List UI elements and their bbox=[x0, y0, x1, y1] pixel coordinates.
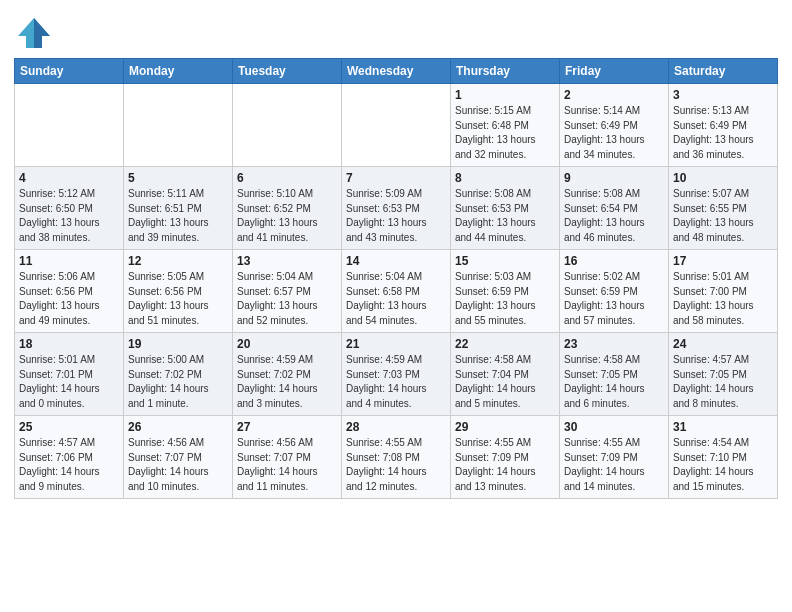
calendar-table: SundayMondayTuesdayWednesdayThursdayFrid… bbox=[14, 58, 778, 499]
day-cell: 11Sunrise: 5:06 AMSunset: 6:56 PMDayligh… bbox=[15, 250, 124, 333]
day-info: Sunrise: 4:57 AMSunset: 7:05 PMDaylight:… bbox=[673, 353, 773, 411]
day-cell bbox=[342, 84, 451, 167]
day-info: Sunrise: 4:56 AMSunset: 7:07 PMDaylight:… bbox=[237, 436, 337, 494]
day-info: Sunrise: 5:14 AMSunset: 6:49 PMDaylight:… bbox=[564, 104, 664, 162]
day-cell bbox=[15, 84, 124, 167]
day-info: Sunrise: 4:54 AMSunset: 7:10 PMDaylight:… bbox=[673, 436, 773, 494]
day-info: Sunrise: 4:55 AMSunset: 7:08 PMDaylight:… bbox=[346, 436, 446, 494]
day-number: 15 bbox=[455, 254, 555, 268]
weekday-header-tuesday: Tuesday bbox=[233, 59, 342, 84]
day-cell: 24Sunrise: 4:57 AMSunset: 7:05 PMDayligh… bbox=[669, 333, 778, 416]
week-row-3: 11Sunrise: 5:06 AMSunset: 6:56 PMDayligh… bbox=[15, 250, 778, 333]
day-info: Sunrise: 5:07 AMSunset: 6:55 PMDaylight:… bbox=[673, 187, 773, 245]
day-number: 2 bbox=[564, 88, 664, 102]
logo-icon bbox=[14, 14, 52, 52]
weekday-header-friday: Friday bbox=[560, 59, 669, 84]
day-cell: 21Sunrise: 4:59 AMSunset: 7:03 PMDayligh… bbox=[342, 333, 451, 416]
day-cell: 31Sunrise: 4:54 AMSunset: 7:10 PMDayligh… bbox=[669, 416, 778, 499]
day-cell: 30Sunrise: 4:55 AMSunset: 7:09 PMDayligh… bbox=[560, 416, 669, 499]
day-cell: 15Sunrise: 5:03 AMSunset: 6:59 PMDayligh… bbox=[451, 250, 560, 333]
day-cell: 10Sunrise: 5:07 AMSunset: 6:55 PMDayligh… bbox=[669, 167, 778, 250]
week-row-1: 1Sunrise: 5:15 AMSunset: 6:48 PMDaylight… bbox=[15, 84, 778, 167]
day-number: 16 bbox=[564, 254, 664, 268]
day-number: 30 bbox=[564, 420, 664, 434]
day-number: 24 bbox=[673, 337, 773, 351]
day-number: 5 bbox=[128, 171, 228, 185]
day-cell: 8Sunrise: 5:08 AMSunset: 6:53 PMDaylight… bbox=[451, 167, 560, 250]
day-cell: 3Sunrise: 5:13 AMSunset: 6:49 PMDaylight… bbox=[669, 84, 778, 167]
day-info: Sunrise: 5:15 AMSunset: 6:48 PMDaylight:… bbox=[455, 104, 555, 162]
day-number: 25 bbox=[19, 420, 119, 434]
day-cell: 27Sunrise: 4:56 AMSunset: 7:07 PMDayligh… bbox=[233, 416, 342, 499]
page: SundayMondayTuesdayWednesdayThursdayFrid… bbox=[0, 0, 792, 612]
day-info: Sunrise: 4:55 AMSunset: 7:09 PMDaylight:… bbox=[564, 436, 664, 494]
day-cell: 2Sunrise: 5:14 AMSunset: 6:49 PMDaylight… bbox=[560, 84, 669, 167]
day-number: 6 bbox=[237, 171, 337, 185]
day-cell: 26Sunrise: 4:56 AMSunset: 7:07 PMDayligh… bbox=[124, 416, 233, 499]
day-number: 4 bbox=[19, 171, 119, 185]
day-info: Sunrise: 5:03 AMSunset: 6:59 PMDaylight:… bbox=[455, 270, 555, 328]
day-cell: 14Sunrise: 5:04 AMSunset: 6:58 PMDayligh… bbox=[342, 250, 451, 333]
day-cell: 17Sunrise: 5:01 AMSunset: 7:00 PMDayligh… bbox=[669, 250, 778, 333]
day-number: 14 bbox=[346, 254, 446, 268]
day-info: Sunrise: 4:58 AMSunset: 7:04 PMDaylight:… bbox=[455, 353, 555, 411]
day-cell: 19Sunrise: 5:00 AMSunset: 7:02 PMDayligh… bbox=[124, 333, 233, 416]
day-info: Sunrise: 5:06 AMSunset: 6:56 PMDaylight:… bbox=[19, 270, 119, 328]
day-number: 19 bbox=[128, 337, 228, 351]
day-cell: 28Sunrise: 4:55 AMSunset: 7:08 PMDayligh… bbox=[342, 416, 451, 499]
day-cell: 1Sunrise: 5:15 AMSunset: 6:48 PMDaylight… bbox=[451, 84, 560, 167]
weekday-header-thursday: Thursday bbox=[451, 59, 560, 84]
week-row-4: 18Sunrise: 5:01 AMSunset: 7:01 PMDayligh… bbox=[15, 333, 778, 416]
day-info: Sunrise: 5:01 AMSunset: 7:01 PMDaylight:… bbox=[19, 353, 119, 411]
day-cell: 20Sunrise: 4:59 AMSunset: 7:02 PMDayligh… bbox=[233, 333, 342, 416]
day-number: 20 bbox=[237, 337, 337, 351]
day-cell bbox=[124, 84, 233, 167]
day-number: 1 bbox=[455, 88, 555, 102]
day-info: Sunrise: 5:08 AMSunset: 6:54 PMDaylight:… bbox=[564, 187, 664, 245]
day-cell: 18Sunrise: 5:01 AMSunset: 7:01 PMDayligh… bbox=[15, 333, 124, 416]
day-cell: 29Sunrise: 4:55 AMSunset: 7:09 PMDayligh… bbox=[451, 416, 560, 499]
day-info: Sunrise: 5:02 AMSunset: 6:59 PMDaylight:… bbox=[564, 270, 664, 328]
day-info: Sunrise: 5:10 AMSunset: 6:52 PMDaylight:… bbox=[237, 187, 337, 245]
day-number: 18 bbox=[19, 337, 119, 351]
weekday-header-monday: Monday bbox=[124, 59, 233, 84]
day-cell: 13Sunrise: 5:04 AMSunset: 6:57 PMDayligh… bbox=[233, 250, 342, 333]
weekday-header-row: SundayMondayTuesdayWednesdayThursdayFrid… bbox=[15, 59, 778, 84]
day-number: 31 bbox=[673, 420, 773, 434]
day-info: Sunrise: 4:57 AMSunset: 7:06 PMDaylight:… bbox=[19, 436, 119, 494]
day-number: 23 bbox=[564, 337, 664, 351]
day-info: Sunrise: 5:05 AMSunset: 6:56 PMDaylight:… bbox=[128, 270, 228, 328]
day-info: Sunrise: 5:01 AMSunset: 7:00 PMDaylight:… bbox=[673, 270, 773, 328]
day-number: 11 bbox=[19, 254, 119, 268]
day-number: 9 bbox=[564, 171, 664, 185]
day-info: Sunrise: 4:56 AMSunset: 7:07 PMDaylight:… bbox=[128, 436, 228, 494]
day-cell: 7Sunrise: 5:09 AMSunset: 6:53 PMDaylight… bbox=[342, 167, 451, 250]
day-info: Sunrise: 5:09 AMSunset: 6:53 PMDaylight:… bbox=[346, 187, 446, 245]
day-info: Sunrise: 4:58 AMSunset: 7:05 PMDaylight:… bbox=[564, 353, 664, 411]
day-info: Sunrise: 5:12 AMSunset: 6:50 PMDaylight:… bbox=[19, 187, 119, 245]
day-number: 26 bbox=[128, 420, 228, 434]
day-info: Sunrise: 5:11 AMSunset: 6:51 PMDaylight:… bbox=[128, 187, 228, 245]
day-cell bbox=[233, 84, 342, 167]
weekday-header-saturday: Saturday bbox=[669, 59, 778, 84]
day-number: 12 bbox=[128, 254, 228, 268]
weekday-header-wednesday: Wednesday bbox=[342, 59, 451, 84]
day-info: Sunrise: 5:04 AMSunset: 6:57 PMDaylight:… bbox=[237, 270, 337, 328]
day-cell: 25Sunrise: 4:57 AMSunset: 7:06 PMDayligh… bbox=[15, 416, 124, 499]
logo bbox=[14, 14, 56, 52]
day-info: Sunrise: 4:59 AMSunset: 7:03 PMDaylight:… bbox=[346, 353, 446, 411]
day-number: 22 bbox=[455, 337, 555, 351]
day-cell: 9Sunrise: 5:08 AMSunset: 6:54 PMDaylight… bbox=[560, 167, 669, 250]
day-info: Sunrise: 4:55 AMSunset: 7:09 PMDaylight:… bbox=[455, 436, 555, 494]
day-cell: 16Sunrise: 5:02 AMSunset: 6:59 PMDayligh… bbox=[560, 250, 669, 333]
weekday-header-sunday: Sunday bbox=[15, 59, 124, 84]
day-number: 7 bbox=[346, 171, 446, 185]
day-info: Sunrise: 5:08 AMSunset: 6:53 PMDaylight:… bbox=[455, 187, 555, 245]
day-number: 21 bbox=[346, 337, 446, 351]
week-row-5: 25Sunrise: 4:57 AMSunset: 7:06 PMDayligh… bbox=[15, 416, 778, 499]
day-cell: 12Sunrise: 5:05 AMSunset: 6:56 PMDayligh… bbox=[124, 250, 233, 333]
week-row-2: 4Sunrise: 5:12 AMSunset: 6:50 PMDaylight… bbox=[15, 167, 778, 250]
day-number: 10 bbox=[673, 171, 773, 185]
day-number: 28 bbox=[346, 420, 446, 434]
day-cell: 4Sunrise: 5:12 AMSunset: 6:50 PMDaylight… bbox=[15, 167, 124, 250]
